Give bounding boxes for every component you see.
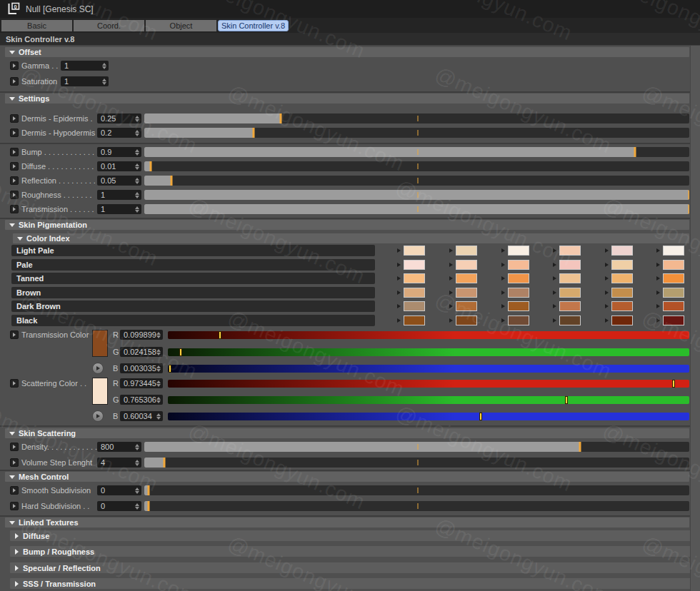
color-swatch[interactable]	[404, 301, 425, 311]
number-field[interactable]: 1	[61, 61, 109, 71]
color-swatch[interactable]	[611, 315, 633, 325]
number-field[interactable]: 0	[97, 485, 141, 495]
color-swatch[interactable]	[559, 288, 581, 298]
slider-handle[interactable]	[479, 413, 482, 420]
color-preset-row-dark-brown[interactable]: Dark Brown	[11, 300, 375, 312]
swatch-apply-triangle-icon[interactable]	[656, 276, 660, 281]
swatch-apply-triangle-icon[interactable]	[656, 318, 660, 323]
color-swatch[interactable]	[456, 315, 477, 325]
spinner-icon[interactable]	[155, 330, 161, 340]
section-header-settings[interactable]: Settings	[5, 94, 689, 103]
color-swatch[interactable]	[559, 273, 581, 283]
color-preset-row-pale[interactable]: Pale	[11, 259, 375, 271]
value-slider[interactable]	[144, 113, 689, 123]
tab-object[interactable]: Object	[146, 20, 216, 31]
swatch-apply-triangle-icon[interactable]	[449, 304, 453, 308]
color-swatch[interactable]	[663, 315, 684, 325]
color-swatch[interactable]	[508, 315, 529, 325]
color-swatch[interactable]	[508, 246, 529, 256]
value-slider[interactable]	[144, 204, 689, 214]
slider-handle[interactable]	[565, 396, 568, 404]
spinner-icon[interactable]	[101, 76, 107, 86]
color-swatch[interactable]	[404, 273, 425, 283]
param-toggle-icon[interactable]	[10, 443, 19, 451]
swatch-apply-triangle-icon[interactable]	[656, 304, 660, 308]
color-swatch[interactable]	[456, 301, 477, 311]
section-header-mesh-control[interactable]: Mesh Control	[5, 472, 689, 482]
spinner-icon[interactable]	[155, 411, 161, 421]
tab-skin-controller-v-8[interactable]: Skin Controller v.8	[218, 20, 289, 31]
swatch-apply-triangle-icon[interactable]	[449, 291, 453, 295]
number-field[interactable]: 4	[97, 458, 141, 468]
spinner-icon[interactable]	[155, 395, 161, 405]
color-swatch[interactable]	[559, 260, 581, 270]
swatch-apply-triangle-icon[interactable]	[397, 318, 401, 323]
spinner-icon[interactable]	[134, 458, 140, 468]
swatch-apply-triangle-icon[interactable]	[501, 248, 505, 253]
color-swatch[interactable]	[404, 246, 425, 256]
color-swatch[interactable]	[456, 260, 477, 270]
param-toggle-icon[interactable]	[10, 379, 19, 388]
spinner-icon[interactable]	[155, 378, 161, 388]
color-swatch[interactable]	[663, 273, 684, 283]
number-field[interactable]: 1	[97, 204, 141, 214]
color-swatch[interactable]	[456, 273, 477, 283]
param-toggle-icon[interactable]	[10, 330, 19, 339]
spinner-icon[interactable]	[134, 190, 140, 200]
color-swatch[interactable]	[663, 260, 684, 270]
channel-gradient-slider[interactable]	[168, 380, 689, 388]
slider-handle[interactable]	[579, 442, 581, 452]
swatch-apply-triangle-icon[interactable]	[605, 318, 609, 323]
tab-coord-[interactable]: Coord.	[74, 20, 144, 31]
spinner-icon[interactable]	[134, 485, 140, 495]
linked-texture-group-3[interactable]: SSS / Transmission	[10, 578, 691, 589]
value-slider[interactable]	[144, 190, 689, 200]
param-toggle-icon[interactable]	[10, 61, 19, 70]
slider-handle[interactable]	[634, 147, 636, 157]
color-preview-swatch[interactable]	[92, 378, 108, 405]
param-toggle-icon[interactable]	[10, 458, 19, 467]
param-toggle-icon[interactable]	[10, 148, 19, 156]
color-swatch[interactable]	[663, 246, 684, 256]
spinner-icon[interactable]	[155, 347, 161, 357]
swatch-apply-triangle-icon[interactable]	[501, 318, 505, 323]
channel-gradient-slider[interactable]	[168, 396, 689, 404]
swatch-apply-triangle-icon[interactable]	[501, 263, 505, 267]
color-swatch[interactable]	[508, 273, 529, 283]
slider-handle[interactable]	[148, 501, 150, 511]
color-preview-swatch[interactable]	[92, 330, 108, 357]
slider-handle[interactable]	[279, 113, 281, 123]
swatch-apply-triangle-icon[interactable]	[553, 263, 556, 267]
param-toggle-icon[interactable]	[10, 162, 19, 171]
channel-gradient-slider[interactable]	[168, 365, 689, 373]
swatch-apply-triangle-icon[interactable]	[449, 248, 453, 253]
spinner-icon[interactable]	[134, 113, 140, 123]
channel-gradient-slider[interactable]	[168, 331, 689, 339]
color-swatch[interactable]	[611, 301, 633, 311]
section-header-skin-pigmentation[interactable]: Skin Pigmentation	[5, 220, 689, 230]
color-swatch[interactable]	[559, 315, 581, 325]
slider-handle[interactable]	[179, 348, 182, 356]
spinner-icon[interactable]	[155, 363, 161, 373]
spinner-icon[interactable]	[134, 147, 140, 157]
slider-handle[interactable]	[252, 128, 254, 138]
color-swatch[interactable]	[404, 288, 425, 298]
slider-handle[interactable]	[171, 176, 173, 186]
number-field[interactable]: 0.099899	[120, 330, 163, 340]
slider-handle[interactable]	[672, 380, 675, 388]
section-header-linked-textures[interactable]: Linked Textures	[5, 517, 689, 527]
color-swatch[interactable]	[508, 260, 529, 270]
swatch-apply-triangle-icon[interactable]	[449, 263, 453, 267]
spinner-icon[interactable]	[134, 204, 140, 214]
color-preset-row-light-pale[interactable]: Light Pale	[11, 245, 375, 256]
number-field[interactable]: 0.25	[97, 113, 141, 123]
slider-handle[interactable]	[689, 190, 690, 200]
color-swatch[interactable]	[611, 246, 633, 256]
linked-texture-group-0[interactable]: Diffuse	[10, 530, 691, 541]
linked-texture-group-2[interactable]: Specular / Reflection	[10, 562, 691, 573]
swatch-apply-triangle-icon[interactable]	[605, 263, 609, 267]
swatch-apply-triangle-icon[interactable]	[553, 291, 556, 295]
value-slider[interactable]	[144, 128, 689, 138]
spinner-icon[interactable]	[134, 442, 140, 452]
number-field[interactable]: 0.2	[97, 128, 141, 138]
